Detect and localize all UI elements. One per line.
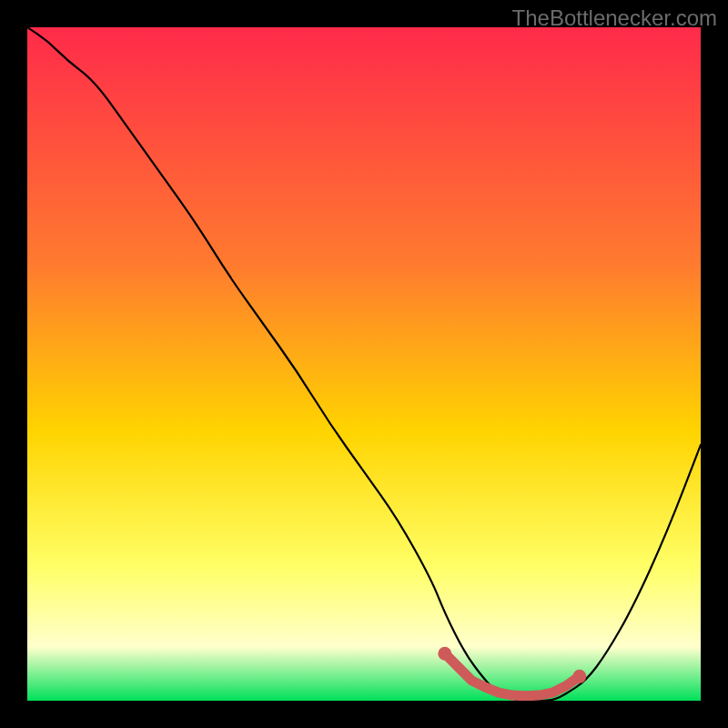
watermark-text: TheBottlenecker.com xyxy=(512,5,717,31)
optimal-range-dot xyxy=(563,683,569,689)
optimal-range-dot xyxy=(495,689,502,696)
optimal-range-dot xyxy=(482,684,488,690)
optimal-range-dot xyxy=(522,693,530,700)
optimal-range-dot xyxy=(510,693,515,698)
optimal-range-dot xyxy=(469,677,476,684)
optimal-range-end xyxy=(572,670,586,683)
chart-frame: TheBottlenecker.com xyxy=(0,0,728,728)
optimal-range-dot xyxy=(456,664,461,670)
optimal-range-dot xyxy=(549,689,556,696)
bottleneck-chart xyxy=(27,27,701,701)
optimal-range-dot xyxy=(536,693,541,698)
plot-area xyxy=(27,27,701,701)
optimal-range-end xyxy=(438,647,451,661)
